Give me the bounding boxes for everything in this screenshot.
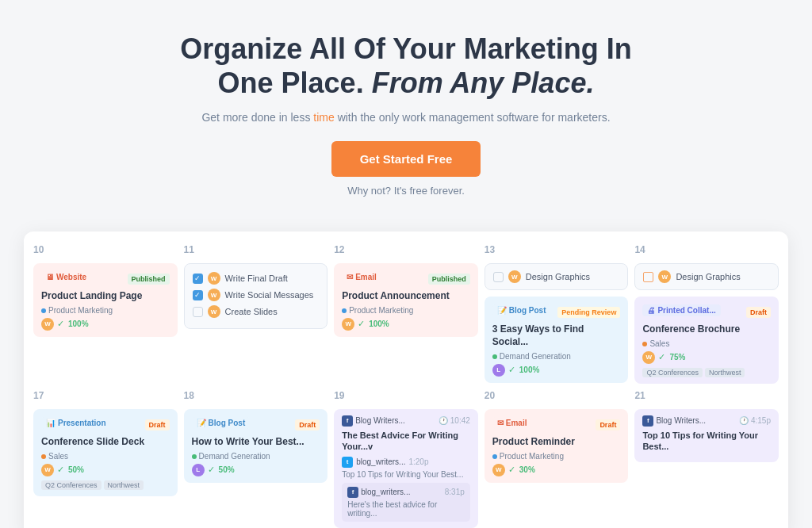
calendar-row-1: 10 🖥 Website Published Product Landing P… (33, 244, 779, 384)
avatar-3: W (208, 305, 220, 318)
hero-title: Organize All Of Your Marketing In One Pl… (16, 32, 796, 100)
tw-label-19: blog_writers... (356, 457, 405, 466)
card-meta-brochure: Sales (642, 339, 771, 348)
email-icon-20: ✉ (497, 419, 504, 427)
card-footer-social: L ✓ 100% (492, 364, 621, 377)
label-design-13: Design Graphics (526, 272, 590, 281)
checkbox-design-13 (493, 272, 504, 282)
check-icon-12: ✓ (358, 319, 365, 329)
checklist-item-1: ✓ W Write Final Draft (193, 272, 320, 285)
card-footer-landing: W ✓ 100% (41, 318, 170, 331)
col-num-13: 13 (485, 244, 629, 255)
tag-email-12: ✉ Email (342, 271, 381, 283)
tag-q2: Q2 Conferences (642, 368, 703, 377)
check-icon-14: ✓ (658, 352, 665, 362)
cal-col-17: 17 📊 Presentation Draft Conference Slide… (33, 390, 178, 528)
col-num-10: 10 (33, 244, 178, 255)
tag-email-20: ✉ Email (492, 417, 532, 429)
card-footer-reminder: W ✓ 30% (492, 464, 621, 476)
card-design-graphics-14[interactable]: W Design Graphics (634, 263, 779, 290)
fb-icon-19b: f (347, 487, 358, 498)
card-blog-social[interactable]: 📝 Blog Post Pending Review 3 Easy Ways t… (485, 297, 629, 382)
social-row-tw: t blog_writers... 1:20p (342, 457, 470, 468)
badge-draft-14: Draft (746, 307, 771, 318)
presentation-icon: 📊 (46, 419, 56, 427)
check-icon-20: ✓ (508, 465, 515, 475)
tw-icon-19: t (342, 457, 353, 468)
checklist-label-1: Write Final Draft (225, 274, 288, 283)
card-title-brochure: Conference Brochure (642, 323, 771, 336)
card-product-landing[interactable]: 🖥 Website Published Product Landing Page… (33, 263, 178, 337)
card-slide-deck[interactable]: 📊 Presentation Draft Conference Slide De… (33, 409, 178, 496)
avatar-1: W (208, 272, 220, 285)
checklist-label-2: Write Social Messages (225, 290, 314, 300)
avatar-design-14: W (658, 270, 671, 283)
fb-icon-21: f (642, 415, 653, 427)
badge-draft-17: Draft (145, 419, 170, 430)
col-num-14: 14 (634, 244, 779, 255)
progress-social: 100% (519, 365, 540, 374)
card-footer-brochure: W ✓ 75% (642, 351, 771, 364)
check-icon: ✓ (57, 319, 64, 329)
cal-col-12: 12 ✉ Email Published Product Announcemen… (334, 244, 478, 384)
blog-writers-19: Blog Writers... (355, 416, 405, 425)
card-design-graphics-13[interactable]: W Design Graphics (485, 263, 629, 290)
card-product-reminder[interactable]: ✉ Email Draft Product Reminder Product M… (485, 409, 629, 483)
blog-icon-18: 📝 (197, 419, 206, 427)
tag-blog-18: 📝 Blog Post (192, 417, 251, 429)
badge-draft-18: Draft (295, 419, 320, 430)
card-checklist[interactable]: ✓ W Write Final Draft ✓ W Write Social M… (184, 263, 328, 329)
avatar-w-17: W (41, 464, 54, 476)
card-title-landing: Product Landing Page (41, 290, 170, 303)
progress-landing: 100% (68, 319, 89, 328)
blog-writers-19b: blog_writers... (361, 488, 410, 496)
printed-icon: 🖨 (647, 306, 655, 315)
cal-col-19: 19 f Blog Writers... 🕐 10:42 The Best Ad… (334, 390, 478, 528)
avatar-2: W (208, 289, 220, 301)
progress-announcement: 100% (369, 319, 389, 328)
tags-row-brochure: Q2 Conferences Northwest (642, 368, 771, 377)
tag-printed: 🖨 Printed Collat... (642, 304, 720, 316)
card-title-reminder: Product Reminder (492, 436, 621, 449)
card-conference-brochure[interactable]: 🖨 Printed Collat... Draft Conference Bro… (634, 297, 779, 384)
hero-subtitle: Get more done in less time with the only… (16, 111, 796, 124)
card-how-to-write[interactable]: 📝 Blog Post Draft How to Write Your Best… (184, 409, 328, 483)
col-num-20: 20 (485, 390, 629, 401)
card-title-top10: Top 10 Tips for Writing Your Best... (642, 430, 771, 453)
cta-button[interactable]: Get Started Free (331, 141, 481, 177)
card-product-announcement[interactable]: ✉ Email Published Product Announcement P… (334, 263, 478, 337)
time-19-1: 🕐 10:42 (439, 416, 470, 425)
cal-col-13: 13 W Design Graphics 📝 Blog Post Pending… (485, 244, 629, 384)
cal-col-20: 20 ✉ Email Draft Product Reminder Produc… (485, 390, 629, 528)
checklist-label-3: Create Slides (225, 307, 278, 316)
checklist-item-3: W Create Slides (193, 305, 320, 318)
website-icon: 🖥 (46, 273, 54, 281)
card-meta-landing: Product Marketing (41, 306, 170, 315)
tag-northwest-17: Northwest (104, 480, 144, 490)
card-meta-reminder: Product Marketing (492, 452, 621, 461)
card-social-best-advice[interactable]: f Blog Writers... 🕐 10:42 The Best Advic… (334, 409, 478, 528)
progress-reminder: 30% (519, 465, 535, 474)
tag-q2-17: Q2 Conferences (41, 480, 102, 490)
badge-pending-13: Pending Review (557, 307, 620, 318)
time-19-2: 1:20p (408, 457, 428, 466)
col-num-12: 12 (334, 244, 478, 255)
card-inner-19: f blog_writers... 8:31p Here's the best … (342, 483, 470, 522)
card-footer-how-to: L ✓ 50% (192, 464, 320, 476)
calendar-section: 10 🖥 Website Published Product Landing P… (24, 231, 788, 528)
card-title-best-advice: The Best Advice For Writing Your...v (342, 430, 470, 453)
card-title-announcement: Product Announcement (342, 290, 470, 303)
avatar-design-13: W (508, 270, 521, 283)
cal-col-21: 21 f Blog Writers... 🕐 4:15p Top 10 Tips… (634, 390, 779, 528)
card-body-19b: Here's the best advice for writing... (347, 500, 465, 518)
label-design-14: Design Graphics (676, 272, 740, 281)
cal-col-18: 18 📝 Blog Post Draft How to Write Your B… (184, 390, 328, 528)
cta-note: Why not? It's free forever. (16, 185, 796, 197)
card-top10-tips[interactable]: f Blog Writers... 🕐 4:15p Top 10 Tips fo… (634, 409, 779, 462)
tag-presentation: 📊 Presentation (41, 417, 111, 429)
card-meta-announcement: Product Marketing (342, 306, 470, 315)
cal-col-10: 10 🖥 Website Published Product Landing P… (33, 244, 178, 384)
progress-slide-deck: 50% (68, 465, 84, 474)
badge-published: Published (128, 274, 170, 285)
card-title-how-to: How to Write Your Best... (192, 436, 320, 449)
